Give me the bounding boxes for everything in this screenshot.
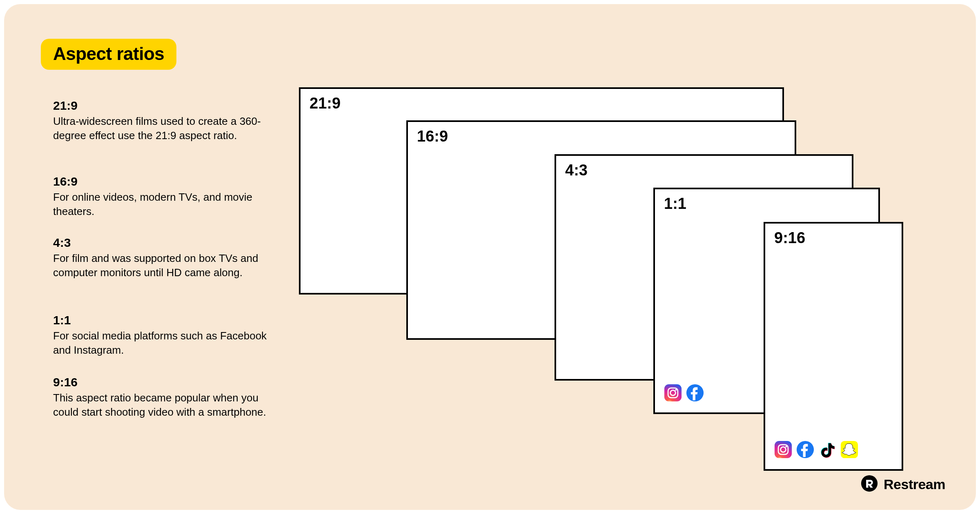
desc-text: For online videos, modern TVs, and movie… (53, 190, 282, 219)
ratio-label: 9:16 (774, 229, 805, 247)
svg-point-3 (675, 389, 677, 391)
icons-row-1-1 (664, 384, 704, 402)
instagram-icon (664, 384, 682, 402)
desc-block-1-1: 1:1 For social media platforms such as F… (53, 313, 282, 357)
instagram-icon (774, 441, 792, 459)
ratio-label: 16:9 (417, 128, 448, 145)
desc-text: Ultra-widescreen films used to create a … (53, 114, 282, 143)
desc-block-16-9: 16:9 For online videos, modern TVs, and … (53, 175, 282, 219)
desc-block-9-16: 9:16 This aspect ratio became popular wh… (53, 375, 282, 419)
ratio-label: 1:1 (664, 195, 686, 213)
desc-title: 16:9 (53, 175, 282, 188)
ratio-box-9-16: 9:16 (764, 222, 903, 471)
svg-point-8 (785, 446, 787, 448)
restream-mark-icon (861, 475, 878, 494)
desc-title: 4:3 (53, 236, 282, 250)
snapchat-icon (840, 441, 858, 459)
desc-text: This aspect ratio became popular when yo… (53, 391, 282, 419)
tiktok-icon (818, 441, 836, 459)
diagram-canvas: Aspect ratios 21:9 Ultra-widescreen film… (4, 4, 976, 510)
svg-point-11 (861, 475, 878, 492)
brand-logo: Restream (861, 475, 945, 494)
icons-row-9-16 (774, 441, 858, 459)
desc-title: 21:9 (53, 99, 282, 113)
ratio-label: 4:3 (565, 162, 588, 179)
desc-text: For social media platforms such as Faceb… (53, 329, 282, 357)
svg-rect-5 (775, 441, 792, 458)
desc-block-4-3: 4:3 For film and was supported on box TV… (53, 236, 282, 280)
desc-title: 9:16 (53, 375, 282, 389)
ratio-label: 21:9 (310, 95, 341, 112)
svg-rect-0 (664, 384, 682, 401)
desc-title: 1:1 (53, 313, 282, 327)
facebook-icon (686, 384, 704, 402)
desc-text: For film and was supported on box TVs an… (53, 251, 282, 280)
page-title: Aspect ratios (41, 39, 176, 70)
desc-block-21-9: 21:9 Ultra-widescreen films used to crea… (53, 99, 282, 143)
facebook-icon (796, 441, 814, 459)
brand-name: Restream (884, 476, 945, 492)
